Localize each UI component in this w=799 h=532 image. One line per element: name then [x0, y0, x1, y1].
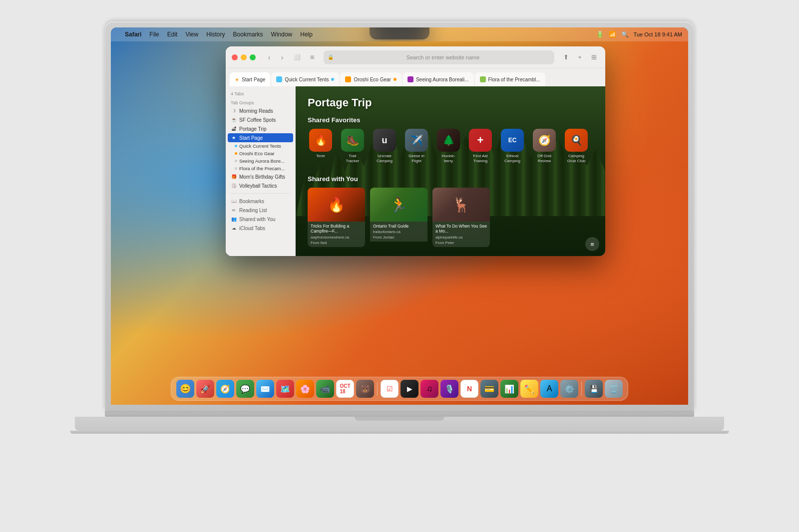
fav-item-ethical[interactable]: EC EthicalCamping	[499, 129, 525, 163]
dock-item-messages[interactable]: 💬	[236, 380, 254, 398]
fav-item-firstaid[interactable]: + First AidTraining	[467, 129, 493, 163]
tab-quick-current-tents[interactable]: Quick Current Tents	[271, 72, 339, 86]
dock-item-bear[interactable]: 🐻	[356, 380, 374, 398]
campfire-card-url: wayfromsomewhere.ca	[311, 235, 362, 240]
dock-item-appstore[interactable]: A	[540, 380, 558, 398]
fav-label-ethical: EthicalCamping	[504, 154, 520, 163]
fav-item-trail[interactable]: 🥾 TrailTracker	[340, 129, 366, 163]
macbook-lid: Safari File Edit View History Bookmarks …	[105, 21, 694, 411]
icloud-tabs-label: iCloud Tabs	[239, 226, 265, 231]
fav-item-geese[interactable]: ✈️ Geese inFlight	[403, 129, 429, 163]
dock-item-podcasts[interactable]: 🎙️	[440, 380, 458, 398]
dock-item-news[interactable]: N	[460, 380, 478, 398]
fav-item-uncrate[interactable]: u UncrateCamping	[372, 129, 398, 163]
dock-item-mail[interactable]: ✉️	[256, 380, 274, 398]
dock-item-music[interactable]: ♫	[420, 380, 438, 398]
share-button[interactable]: ⬆	[560, 52, 571, 63]
dock-item-reminders[interactable]: ☑	[381, 380, 399, 398]
dock-divider-2	[581, 382, 582, 396]
tab-favicon-aurora	[407, 76, 413, 82]
sidebar-item-volleyball[interactable]: 🏐 Volleyball Tactics	[226, 181, 295, 190]
dock-item-wallet[interactable]: 💳	[480, 380, 498, 398]
start-page-settings-button[interactable]: ≡	[585, 237, 599, 251]
menubar-left: Safari File Edit View History Bookmarks …	[117, 31, 313, 38]
fav-item-huckleberry[interactable]: 🌲 Huckle-berry	[435, 129, 461, 163]
sidebar-item-icloud-tabs[interactable]: ☁ iCloud Tabs	[226, 224, 295, 233]
tab-aurora-label: Seeing Aurora Boreali...	[416, 77, 469, 82]
dock-item-launchpad[interactable]: 🚀	[196, 380, 214, 398]
sidebar-subitem-aurora[interactable]: Seeing Aurora Bore...	[226, 157, 295, 165]
address-bar[interactable]: 🔒 Search or enter website name	[324, 50, 554, 64]
menubar-edit[interactable]: Edit	[167, 31, 178, 38]
menubar-app-name[interactable]: Safari	[125, 31, 141, 38]
dock-item-facetime[interactable]: 📹	[316, 380, 334, 398]
new-tab-button[interactable]: +	[574, 52, 585, 63]
sidebar-item-shared-with-you[interactable]: 👥 Shared with You	[226, 215, 295, 224]
spotlight-icon[interactable]: 🔍	[621, 31, 629, 38]
menubar-view[interactable]: View	[185, 31, 198, 38]
oroshi-dot	[235, 152, 237, 155]
sidebar-subitem-start-page[interactable]: ★ Start Page	[228, 133, 293, 142]
sidebar-subitem-oroshi[interactable]: Oroshi Eco Gear	[226, 150, 295, 157]
shared-favorites-grid: 🔥 Tentr 🥾 TrailTracker	[308, 129, 593, 163]
dock-item-trash[interactable]: 🗑️	[605, 380, 623, 398]
tab-grid-button[interactable]: ⊞	[588, 52, 599, 63]
close-button[interactable]	[232, 54, 238, 60]
screen-content: Safari File Edit View History Bookmarks …	[111, 27, 688, 405]
tab-flora[interactable]: Flora of the Precambl...	[475, 72, 545, 86]
dock-item-numbers[interactable]: 📊	[500, 380, 518, 398]
safari-titlebar: ‹ › ⬜ ⊞ 🔒 Search or enter website name ⬆…	[226, 46, 605, 68]
dock-item-calendar[interactable]: OCT18	[336, 380, 354, 398]
screen-bezel: Safari File Edit View History Bookmarks …	[111, 27, 688, 405]
shared-card-moose[interactable]: 🦌 What To Do When You See a Mo... alpine…	[432, 188, 490, 247]
tab-start-page[interactable]: ★ Start Page	[230, 72, 270, 86]
tab-overview-button[interactable]: ⊞	[307, 52, 318, 63]
dock-item-photos[interactable]: 🌸	[296, 380, 314, 398]
dock-item-tv[interactable]: ▶	[400, 380, 418, 398]
macbook-feet-bar	[70, 431, 729, 434]
menubar-window[interactable]: Window	[271, 31, 293, 38]
menubar-history[interactable]: History	[206, 31, 225, 38]
sidebar-toggle-button[interactable]: ⬜	[292, 52, 303, 63]
system-prefs-icon: ⚙️	[564, 384, 574, 394]
fav-item-offgrid[interactable]: 🧭 Off GridReview	[531, 129, 557, 163]
shared-card-trail[interactable]: 🏃 Ontario Trail Guide trailsofontario.ca…	[370, 188, 427, 247]
trail-card-url: trailsofontario.ca	[373, 230, 424, 234]
fav-label-uncrate: UncrateCamping	[377, 154, 393, 163]
fav-icon-huckleberry: 🌲	[437, 129, 460, 152]
menubar-help[interactable]: Help	[300, 31, 313, 38]
fav-item-tentr[interactable]: 🔥 Tentr	[308, 129, 334, 163]
moms-gifts-label: Mom's Birthday Gifts	[239, 174, 285, 180]
shared-card-campfire[interactable]: 🔥 Tricks For Building a Campfire—F... wa…	[308, 188, 365, 247]
sidebar-morning-reads-label: Morning Reads	[239, 108, 273, 114]
dock-item-safari[interactable]: 🧭	[216, 380, 234, 398]
sidebar-item-morning-reads[interactable]: ☽ Morning Reads	[226, 106, 295, 115]
sf-coffee-icon: ☕	[231, 117, 237, 123]
maximize-button[interactable]	[250, 54, 256, 60]
tab-aurora[interactable]: Seeing Aurora Boreali...	[402, 72, 474, 86]
sidebar-subitem-flora[interactable]: Flora of the Precam...	[226, 165, 295, 172]
dock-item-backup[interactable]: 💾	[585, 380, 603, 398]
moose-card-image: 🦌	[432, 188, 490, 222]
forward-button[interactable]: ›	[277, 52, 288, 63]
sidebar-item-reading-list[interactable]: ∞ Reading List	[226, 206, 295, 215]
fav-item-grubclub[interactable]: 🍳 CampingGrub Club	[563, 129, 589, 163]
back-button[interactable]: ‹	[264, 52, 275, 63]
minimize-button[interactable]	[241, 54, 247, 60]
photos-icon: 🌸	[300, 384, 310, 394]
tab-oroshi[interactable]: Oroshi Eco Gear	[340, 72, 401, 86]
sidebar-portage-label: Portage Trip	[239, 126, 266, 132]
sidebar-subitem-tents[interactable]: Quick Current Tents	[226, 142, 295, 150]
menubar-file[interactable]: File	[149, 31, 159, 38]
campfire-card-from: From Neil	[311, 241, 362, 245]
dock-item-notes[interactable]: ✏️	[520, 380, 538, 398]
dock-item-finder[interactable]: 😊	[176, 380, 194, 398]
sidebar-item-bookmarks[interactable]: 📖 Bookmarks	[226, 197, 295, 206]
numbers-icon: 📊	[504, 384, 514, 394]
dock-item-maps[interactable]: 🗺️	[276, 380, 294, 398]
sidebar-item-moms-gifts[interactable]: 🎁 Mom's Birthday Gifts	[226, 172, 295, 181]
sidebar-item-portage-trip[interactable]: 🏕 Portage Trip	[226, 124, 295, 133]
dock-item-system-prefs[interactable]: ⚙️	[560, 380, 578, 398]
sidebar-item-sf-coffee[interactable]: ☕ SF Coffee Spots	[226, 115, 295, 124]
menubar-bookmarks[interactable]: Bookmarks	[233, 31, 263, 38]
